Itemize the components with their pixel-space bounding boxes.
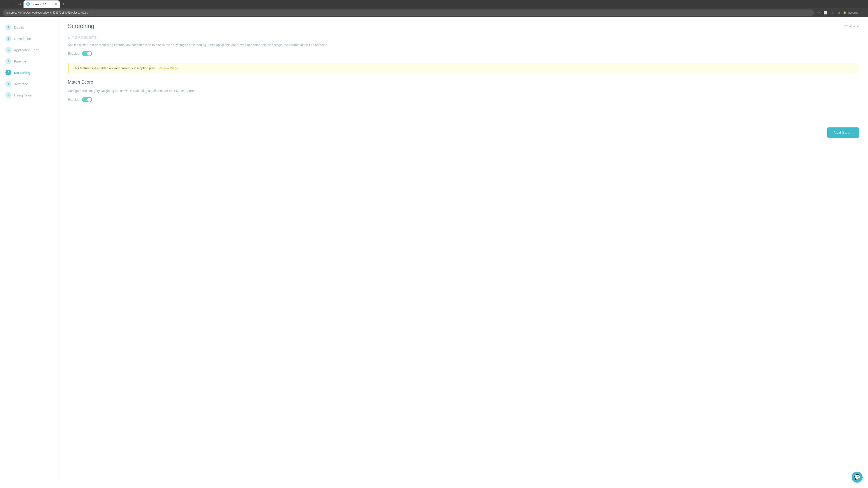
menu-icon[interactable]: ⋮ — [860, 10, 865, 15]
extensions-icon[interactable]: ⬜ — [823, 10, 828, 15]
alert-message: This feature isn't enabled on your curre… — [73, 66, 156, 70]
address-bar-row: app.breezy.hr/app/c/moodjoy/positions/59… — [0, 8, 868, 17]
match-score-description: Configure the category weighting to use … — [68, 88, 859, 93]
next-step-button[interactable]: Next Step › — [827, 127, 859, 138]
alert-banner: This feature isn't enabled on your curre… — [68, 63, 859, 73]
sidebar-item-details[interactable]: 1 Details — [0, 22, 59, 33]
sidebar-item-label-application-form: Application Form — [14, 48, 39, 52]
sidebar-item-number-5: 5 — [5, 70, 11, 75]
preview-label: Preview — [844, 24, 855, 28]
sidebar-item-screening[interactable]: 5 Screening — [0, 67, 59, 78]
sidebar: 1 Details 2 Description 3 Application Fo… — [0, 17, 59, 478]
nav-back-forward[interactable]: ← → ↺ — [2, 1, 23, 7]
app-container: 1 Details 2 Description 3 Application Fo… — [0, 17, 868, 478]
split-view-icon[interactable]: ⧉ — [836, 10, 841, 15]
sidebar-item-number-4: 4 — [5, 58, 11, 64]
back-button[interactable]: ← — [2, 1, 8, 7]
page-header: Screening Preview ↗ — [68, 23, 859, 30]
blind-section-title: Blind Applicants — [68, 35, 859, 40]
address-bar[interactable]: app.breezy.hr/app/c/moodjoy/positions/59… — [3, 9, 814, 16]
sidebar-item-number-3: 3 — [5, 47, 11, 53]
preview-link[interactable]: Preview ↗ — [844, 24, 859, 28]
match-score-title: Match Score — [68, 79, 859, 85]
sidebar-item-pipeline[interactable]: 4 Pipeline — [0, 56, 59, 67]
sidebar-item-number-6: 6 — [5, 81, 11, 87]
url-text: app.breezy.hr/app/c/moodjoy/positions/59… — [5, 11, 88, 14]
review-plans-link[interactable]: Review Plans — [159, 66, 178, 70]
blind-enabled-row: Enabled — [68, 51, 859, 56]
incognito-icon: 🕵 — [843, 11, 846, 14]
sidebar-item-number-1: 1 — [5, 24, 11, 30]
star-icon[interactable]: ☆ — [816, 10, 821, 15]
sidebar-item-number-2: 2 — [5, 36, 11, 41]
sidebar-item-label-hiring-team: Hiring Team — [14, 93, 32, 97]
sidebar-item-label-pipeline: Pipeline — [14, 59, 26, 63]
sidebar-item-label-details: Details — [14, 26, 24, 29]
tab-title: Breezy HR — [32, 2, 46, 6]
incognito-label: Incognito — [847, 11, 859, 14]
toolbar-icons: ☆ ⬜ ⬇ ⧉ 🕵 Incognito ⋮ — [816, 10, 865, 15]
tab-close-button[interactable]: ✕ — [55, 3, 57, 6]
next-step-arrow-icon: › — [851, 131, 852, 135]
sidebar-item-application-form[interactable]: 3 Application Form — [0, 44, 59, 56]
main-content: Screening Preview ↗ Blind Applicants App… — [59, 17, 868, 478]
blind-enabled-label: Enabled — [68, 52, 79, 55]
sidebar-item-label-advertise: Advertise — [14, 82, 28, 86]
incognito-badge: 🕵 Incognito — [843, 11, 859, 14]
sidebar-item-label-description: Description — [14, 37, 31, 41]
sidebar-item-advertise[interactable]: 6 Advertise — [0, 78, 59, 90]
page-title: Screening — [68, 23, 94, 30]
blind-toggle[interactable] — [82, 51, 92, 56]
sidebar-item-number-7: 7 — [5, 92, 11, 98]
active-tab[interactable]: B Breezy HR ✕ — [24, 0, 60, 8]
download-icon[interactable]: ⬇ — [830, 10, 835, 15]
blind-section-description: Applies a filter to hide identifying inf… — [68, 42, 859, 47]
sidebar-item-hiring-team[interactable]: 7 Hiring Team — [0, 90, 59, 101]
chat-icon: 💬 — [854, 474, 860, 478]
browser-tab-bar: ← → ↺ B Breezy HR ✕ + — [0, 0, 868, 8]
tab-favicon: B — [26, 2, 30, 6]
new-tab-button[interactable]: + — [61, 1, 67, 7]
match-score-enabled-label: Enabled — [68, 98, 79, 101]
next-step-label: Next Step — [834, 131, 849, 135]
sidebar-item-description[interactable]: 2 Description — [0, 33, 59, 44]
match-score-enabled-row: Enabled — [68, 97, 859, 102]
sidebar-item-label-screening: Screening — [14, 71, 31, 74]
match-score-toggle[interactable] — [82, 97, 92, 102]
refresh-button[interactable]: ↺ — [16, 1, 23, 7]
forward-button[interactable]: → — [9, 1, 16, 7]
external-link-icon: ↗ — [856, 24, 859, 28]
